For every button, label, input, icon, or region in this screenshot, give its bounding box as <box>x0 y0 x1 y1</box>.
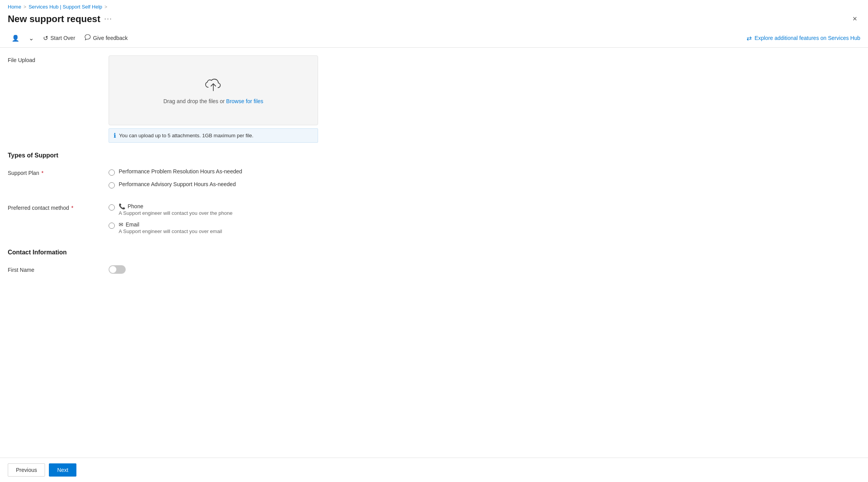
contact-phone-radio[interactable] <box>109 204 115 211</box>
feedback-label: Give feedback <box>93 35 128 41</box>
upload-text: Drag and drop the files or Browse for fi… <box>163 98 263 104</box>
refresh-icon: ↺ <box>43 35 48 42</box>
support-plan-required: * <box>40 170 43 176</box>
contact-method-options: 📞 Phone A Support engineer will contact … <box>109 203 318 240</box>
contact-email-sublabel: A Support engineer will contact you over… <box>119 228 222 234</box>
support-plan-option1[interactable]: Performance Problem Resolution Hours As-… <box>109 168 318 176</box>
dropdown-button[interactable]: ⌄ <box>25 32 38 44</box>
page-header: New support request ··· × <box>0 11 868 29</box>
contact-method-label: Preferred contact method * <box>8 203 109 211</box>
contact-phone-option[interactable]: 📞 Phone A Support engineer will contact … <box>109 203 318 216</box>
phone-icon: 📞 <box>119 203 125 209</box>
file-upload-row: File Upload Drag and drop the files or B… <box>8 55 852 143</box>
contact-phone-label: 📞 Phone <box>119 203 232 209</box>
support-plan-options: Performance Problem Resolution Hours As-… <box>109 168 318 194</box>
drag-drop-text: Drag and drop the files or <box>163 98 225 104</box>
contact-method-required: * <box>70 205 73 211</box>
explore-icon: ⇄ <box>747 35 752 42</box>
contact-email-radio[interactable] <box>109 223 115 229</box>
support-plan-radio1[interactable] <box>109 169 115 176</box>
toolbar-left: 👤 ⌄ ↺ Start Over Give feedback <box>8 32 131 44</box>
breadcrumb-sep1: > <box>24 4 26 10</box>
content-area: File Upload Drag and drop the files or B… <box>0 48 868 458</box>
email-icon: ✉ <box>119 221 123 228</box>
page-title: New support request <box>8 14 100 24</box>
explore-label: Explore additional features on Services … <box>755 35 860 41</box>
file-upload-content: Drag and drop the files or Browse for fi… <box>109 55 318 143</box>
breadcrumb-sep2: > <box>105 4 107 10</box>
previous-button[interactable]: Previous <box>8 463 45 477</box>
support-plan-label2: Performance Advisory Support Hours As-ne… <box>119 181 236 187</box>
file-upload-label: File Upload <box>8 55 109 63</box>
support-plan-radio2[interactable] <box>109 182 115 188</box>
main-container: File Upload Drag and drop the files or B… <box>0 48 868 458</box>
explore-features-link[interactable]: ⇄ Explore additional features on Service… <box>747 35 860 42</box>
user-icon-button[interactable]: 👤 <box>8 32 23 44</box>
first-name-content <box>109 265 318 274</box>
info-icon: ℹ <box>114 132 116 139</box>
support-plan-option2[interactable]: Performance Advisory Support Hours As-ne… <box>109 181 318 188</box>
file-upload-dropzone[interactable]: Drag and drop the files or Browse for fi… <box>109 55 318 125</box>
types-of-support-header: Types of Support <box>8 152 852 161</box>
contact-information-header: Contact Information <box>8 249 852 257</box>
start-over-button[interactable]: ↺ Start Over <box>39 32 79 44</box>
browse-files-link[interactable]: Browse for files <box>226 98 263 104</box>
first-name-toggle[interactable] <box>109 265 126 274</box>
feedback-button[interactable]: Give feedback <box>81 32 132 44</box>
page-title-row: New support request ··· <box>8 14 112 24</box>
breadcrumb: Home > Services Hub | Support Self Help … <box>0 0 868 11</box>
upload-info-text: You can upload up to 5 attachments. 1GB … <box>119 133 253 138</box>
feedback-icon <box>85 34 91 42</box>
chevron-down-icon: ⌄ <box>29 35 34 42</box>
breadcrumb-services-hub[interactable]: Services Hub | Support Self Help <box>29 4 102 10</box>
support-plan-label: Support Plan * <box>8 168 109 176</box>
contact-email-option[interactable]: ✉ Email A Support engineer will contact … <box>109 221 318 234</box>
next-button[interactable]: Next <box>49 463 76 477</box>
more-options-button[interactable]: ··· <box>104 15 112 23</box>
first-name-label: First Name <box>8 265 109 273</box>
start-over-label: Start Over <box>50 35 75 41</box>
contact-email-label: ✉ Email <box>119 221 222 228</box>
contact-phone-sublabel: A Support engineer will contact you over… <box>119 210 232 216</box>
upload-cloud-icon <box>203 77 223 93</box>
breadcrumb-home[interactable]: Home <box>8 4 21 10</box>
support-plan-label1: Performance Problem Resolution Hours As-… <box>119 168 242 174</box>
first-name-row: First Name <box>8 265 852 274</box>
bottom-nav: Previous Next <box>0 458 868 482</box>
close-button[interactable]: × <box>849 13 860 25</box>
contact-method-row: Preferred contact method * 📞 Phone A Sup… <box>8 203 852 240</box>
user-icon: 👤 <box>12 35 19 42</box>
support-plan-row: Support Plan * Performance Problem Resol… <box>8 168 852 194</box>
toolbar: 👤 ⌄ ↺ Start Over Give feedback ⇄ Explore… <box>0 29 868 48</box>
upload-info-box: ℹ You can upload up to 5 attachments. 1G… <box>109 128 318 143</box>
